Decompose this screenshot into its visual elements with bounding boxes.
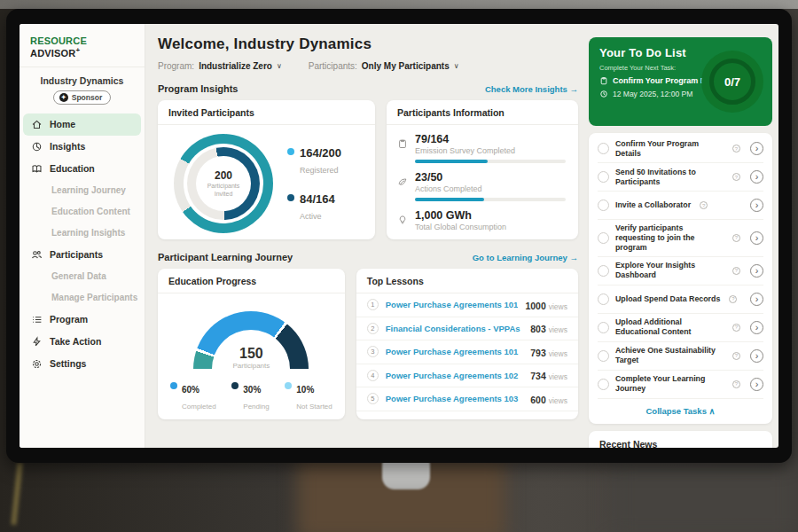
metric-value: 79/164 xyxy=(415,133,566,145)
invited-participants-card: Invited Participants 200 Participants In… xyxy=(158,100,375,239)
task-checkbox[interactable] xyxy=(598,293,609,305)
lesson-link[interactable]: Financial Considerations - VPPAs xyxy=(386,324,523,333)
task-info-icon[interactable]: ? xyxy=(732,352,740,360)
sidebar-item-label: General Data xyxy=(51,271,106,281)
task-row: Explore Your Insights Dashboard ? › xyxy=(598,257,763,286)
todo-column: Your To Do List Complete Your Next Task:… xyxy=(589,24,778,448)
gauge-center-value: 150 xyxy=(193,346,309,362)
task-row: Upload Spend Data Records ? › xyxy=(598,286,763,314)
task-open-button[interactable]: › xyxy=(750,321,763,334)
clock-icon xyxy=(599,90,608,98)
task-info-icon[interactable]: ? xyxy=(732,267,740,275)
metric-value: 1,000 GWh xyxy=(415,209,566,222)
sidebar-item-label: Insights xyxy=(50,141,85,152)
task-open-button[interactable]: › xyxy=(750,199,763,212)
task-label: Upload Spend Data Records xyxy=(615,294,720,304)
lesson-link[interactable]: Power Purchase Agreements 103 xyxy=(386,394,523,403)
task-checkbox[interactable] xyxy=(598,171,609,183)
sidebar-item-general-data[interactable]: General Data xyxy=(20,266,145,287)
task-checkbox[interactable] xyxy=(598,200,609,211)
views-label: views xyxy=(549,325,567,334)
task-checkbox[interactable] xyxy=(598,265,609,277)
lesson-views: 803 xyxy=(530,324,546,334)
filter-bar: Program: Industrialize Zero ∨ Participan… xyxy=(158,61,578,71)
legend-value: 30% xyxy=(243,385,261,395)
sidebar-item-label: Home xyxy=(50,119,75,129)
progress-bar xyxy=(415,160,566,163)
sidebar-item-label: Education xyxy=(50,163,95,174)
collapse-tasks-link[interactable]: Collapse Tasks ∧ xyxy=(598,399,763,424)
sidebar-item-education[interactable]: Education xyxy=(20,158,145,180)
lesson-views: 600 xyxy=(530,395,546,405)
check-more-insights-link[interactable]: Check More Insights → xyxy=(485,84,578,94)
progress-bar xyxy=(415,198,566,201)
task-checkbox[interactable] xyxy=(598,232,609,244)
lesson-link[interactable]: Power Purchase Agreements 101 xyxy=(386,300,519,309)
task-open-button[interactable]: › xyxy=(750,170,763,184)
sidebar-item-label: Learning Insights xyxy=(51,228,125,238)
task-info-icon[interactable]: ? xyxy=(729,295,737,303)
metric-global-consumption: 1,000 GWh Total Global Consumption xyxy=(397,209,566,231)
task-info-icon[interactable]: ? xyxy=(732,145,740,153)
task-label: Verify participants requesting to join t… xyxy=(615,223,724,253)
legend-value: 164/200 xyxy=(300,146,341,160)
sponsor-badge[interactable]: ✦ Sponsor xyxy=(53,90,111,105)
backdrop-top-strip xyxy=(0,0,798,9)
card-title: Participants Information xyxy=(387,100,578,125)
task-open-button[interactable]: › xyxy=(750,349,763,363)
participants-information-card: Participants Information 79/164 Emission… xyxy=(387,100,578,239)
clipboard-icon xyxy=(599,76,608,85)
lesson-link[interactable]: Power Purchase Agreements 101 xyxy=(386,347,523,356)
sidebar-item-program[interactable]: Program xyxy=(20,309,145,331)
sidebar-item-settings[interactable]: Settings xyxy=(20,353,145,375)
participants-filter-label: Participants: xyxy=(309,61,357,71)
top-lessons-card: Top Lessons 1 Power Purchase Agreements … xyxy=(356,269,578,419)
go-to-learning-journey-link[interactable]: Go to Learning Journey → xyxy=(473,253,578,262)
views-label: views xyxy=(549,349,567,358)
task-info-icon[interactable]: ? xyxy=(732,173,740,181)
todo-tasks-card: Confirm Your Program Details ? › Send 50… xyxy=(589,133,772,424)
task-checkbox[interactable] xyxy=(598,350,609,362)
sidebar-item-manage-participants[interactable]: Manage Participants xyxy=(20,287,145,309)
task-open-button[interactable]: › xyxy=(750,378,763,391)
sidebar-item-label: Learning Journey xyxy=(51,185,126,195)
section-title-learning-journey: Participant Learning Journey xyxy=(158,252,293,262)
education-gauge-chart: 150 Participants xyxy=(193,311,309,370)
sidebar-item-take-action[interactable]: Take Action xyxy=(20,331,145,353)
task-row: Send 50 Invitations to Participants ? › xyxy=(598,163,763,192)
lesson-rank: 5 xyxy=(367,393,379,404)
lesson-row: 1 Power Purchase Agreements 101 1000view… xyxy=(356,293,578,317)
lesson-views: 734 xyxy=(530,371,546,381)
backdrop-wall xyxy=(612,457,798,532)
task-info-icon[interactable]: ? xyxy=(732,380,740,388)
task-info-icon[interactable]: ? xyxy=(700,201,708,209)
todo-progress-ring: 0/7 xyxy=(701,51,763,113)
views-label: views xyxy=(549,372,567,381)
education-icon xyxy=(31,163,43,175)
todo-progress-value: 0/7 xyxy=(724,75,740,89)
task-info-icon[interactable]: ? xyxy=(732,234,740,242)
sidebar-item-education-content[interactable]: Education Content xyxy=(20,201,145,223)
task-open-button[interactable]: › xyxy=(750,264,763,278)
participants-filter[interactable]: Participants: Only My Participants ∨ xyxy=(309,61,459,71)
sidebar-item-participants[interactable]: Participants xyxy=(20,244,145,266)
task-checkbox[interactable] xyxy=(598,143,609,154)
sidebar: RESOURCE ADVISOR+ Industry Dynamics ✦ Sp… xyxy=(20,24,145,448)
gear-icon xyxy=(31,358,43,370)
sidebar-item-learning-journey[interactable]: Learning Journey xyxy=(20,180,145,201)
participants-filter-value: Only My Participants xyxy=(362,61,450,71)
lesson-link[interactable]: Power Purchase Agreements 102 xyxy=(386,371,523,380)
legend-dot xyxy=(285,382,292,389)
task-open-button[interactable]: › xyxy=(750,231,763,245)
task-checkbox[interactable] xyxy=(598,322,609,333)
program-filter[interactable]: Program: Industrialize Zero ∨ xyxy=(158,61,282,71)
sidebar-item-home[interactable]: Home xyxy=(23,113,141,136)
task-open-button[interactable]: › xyxy=(750,293,763,306)
task-checkbox[interactable] xyxy=(598,379,609,390)
sidebar-item-learning-insights[interactable]: Learning Insights xyxy=(20,223,145,244)
task-info-icon[interactable]: ? xyxy=(732,324,740,332)
task-open-button[interactable]: › xyxy=(750,142,763,155)
sidebar-item-label: Program xyxy=(50,314,88,325)
lesson-row: 3 Power Purchase Agreements 101 793views xyxy=(356,340,578,364)
sidebar-item-insights[interactable]: Insights xyxy=(20,136,145,158)
